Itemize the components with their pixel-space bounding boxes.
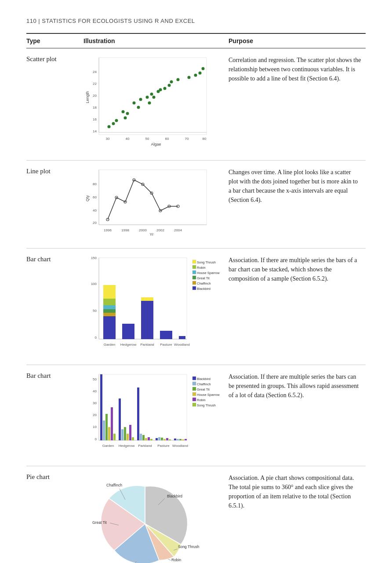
- svg-text:1998: 1998: [121, 228, 129, 232]
- grouped-bar-illustration: 0 10 20 30 40 50: [83, 365, 229, 466]
- svg-rect-109: [192, 281, 196, 285]
- svg-point-38: [199, 72, 202, 75]
- svg-rect-136: [142, 435, 145, 440]
- svg-rect-0: [99, 58, 207, 135]
- svg-point-34: [170, 80, 173, 84]
- svg-rect-147: [177, 439, 179, 440]
- svg-rect-131: [127, 434, 129, 440]
- svg-point-25: [139, 98, 142, 101]
- svg-point-29: [152, 96, 156, 99]
- svg-text:Algae: Algae: [151, 142, 161, 146]
- svg-text:1996: 1996: [104, 228, 112, 232]
- svg-rect-75: [103, 316, 116, 339]
- svg-rect-144: [166, 438, 168, 440]
- svg-text:0: 0: [95, 336, 97, 340]
- scatter-plot-svg: Length 14 16 18 20 22 24 30 40 50 60 70 …: [83, 55, 211, 148]
- svg-rect-164: [192, 398, 196, 401]
- svg-point-23: [133, 102, 136, 105]
- svg-text:22: 22: [93, 82, 97, 86]
- svg-text:150: 150: [91, 256, 97, 260]
- table-row: Bar chart 0 10 20 30 40 50: [26, 365, 366, 466]
- svg-text:Song Thrush: Song Thrush: [197, 403, 216, 407]
- purpose-text: Association. If there are multiple serie…: [229, 365, 366, 466]
- svg-rect-128: [119, 398, 121, 440]
- purpose-text: Correlation and regression. The scatter …: [229, 48, 366, 161]
- svg-rect-101: [192, 260, 196, 263]
- table-row: Bar chart 0 50 100 150: [26, 249, 366, 365]
- svg-rect-133: [132, 437, 134, 440]
- svg-text:Blackbird: Blackbird: [197, 377, 211, 381]
- svg-text:100: 100: [91, 282, 97, 286]
- svg-point-19: [115, 119, 118, 122]
- svg-text:20: 20: [93, 413, 97, 417]
- svg-rect-107: [192, 276, 196, 279]
- line-plot-illustration: Qty 20 40 60 80 1996 1998 2000 2002 2004…: [83, 161, 229, 249]
- svg-text:20: 20: [93, 221, 97, 225]
- svg-rect-74: [103, 313, 116, 316]
- svg-text:Chaffinch: Chaffinch: [197, 282, 211, 285]
- svg-rect-93: [160, 331, 172, 339]
- svg-text:Song Thrush: Song Thrush: [197, 260, 216, 264]
- svg-text:Robin: Robin: [171, 558, 181, 562]
- svg-text:Parkland: Parkland: [140, 343, 154, 347]
- svg-text:30: 30: [93, 401, 97, 405]
- svg-point-27: [148, 102, 151, 105]
- svg-point-20: [122, 110, 125, 113]
- svg-text:Pasture: Pasture: [160, 343, 172, 347]
- svg-rect-162: [192, 392, 196, 396]
- svg-rect-146: [174, 439, 176, 440]
- svg-text:Song Thrush: Song Thrush: [178, 545, 200, 549]
- svg-rect-132: [129, 425, 131, 440]
- svg-rect-126: [111, 407, 113, 440]
- svg-rect-150: [185, 439, 187, 440]
- svg-point-21: [124, 117, 127, 120]
- svg-point-18: [112, 122, 115, 125]
- svg-rect-73: [103, 309, 116, 313]
- scatter-plot-illustration: Length 14 16 18 20 22 24 30 40 50 60 70 …: [83, 48, 229, 161]
- svg-text:Pasture: Pasture: [157, 444, 170, 448]
- svg-text:2002: 2002: [156, 228, 164, 232]
- svg-rect-156: [192, 377, 196, 380]
- svg-rect-134: [137, 388, 139, 440]
- svg-text:Woodland: Woodland: [174, 343, 190, 347]
- svg-rect-138: [148, 437, 150, 440]
- svg-text:Parkland: Parkland: [138, 444, 152, 448]
- svg-rect-158: [192, 382, 196, 385]
- svg-text:Woodland: Woodland: [172, 444, 188, 448]
- svg-text:10: 10: [93, 425, 97, 429]
- svg-rect-135: [140, 434, 142, 440]
- svg-text:Qty: Qty: [85, 195, 90, 202]
- svg-rect-143: [163, 439, 166, 440]
- main-table: Type Illustration Purpose Scatter plot L…: [26, 33, 366, 563]
- type-label: Line plot: [26, 161, 83, 249]
- svg-point-39: [202, 67, 205, 70]
- svg-rect-87: [141, 301, 153, 339]
- svg-text:Yr: Yr: [150, 232, 154, 236]
- purpose-text: Association. If there are multiple serie…: [229, 249, 366, 365]
- svg-point-37: [194, 74, 197, 77]
- svg-text:80: 80: [93, 182, 97, 186]
- svg-text:Robin: Robin: [197, 266, 206, 270]
- svg-point-33: [168, 84, 171, 87]
- svg-point-32: [163, 87, 167, 90]
- svg-rect-124: [105, 414, 108, 440]
- svg-text:2004: 2004: [174, 228, 182, 232]
- purpose-text: Association. A pie chart shows compositi…: [229, 466, 366, 563]
- svg-point-35: [177, 78, 180, 81]
- svg-text:80: 80: [203, 137, 207, 141]
- svg-rect-81: [122, 324, 134, 339]
- svg-point-31: [159, 88, 162, 91]
- svg-text:50: 50: [93, 377, 97, 381]
- type-label: Scatter plot: [26, 48, 83, 161]
- svg-line-173: [168, 559, 171, 560]
- type-label: Pie chart: [26, 466, 83, 563]
- svg-text:Chaffinch: Chaffinch: [106, 483, 122, 487]
- svg-point-28: [150, 93, 153, 96]
- svg-rect-139: [150, 439, 152, 440]
- page-header: 110 | STATISTICS FOR ECOLOGISTS USING R …: [26, 18, 366, 24]
- svg-text:Robin: Robin: [197, 398, 206, 402]
- svg-text:24: 24: [93, 70, 97, 74]
- svg-point-24: [137, 106, 140, 109]
- table-row: Scatter plot Length 14 16 18 20 22 24 30: [26, 48, 366, 161]
- grouped-bar-svg: 0 10 20 30 40 50: [83, 372, 220, 453]
